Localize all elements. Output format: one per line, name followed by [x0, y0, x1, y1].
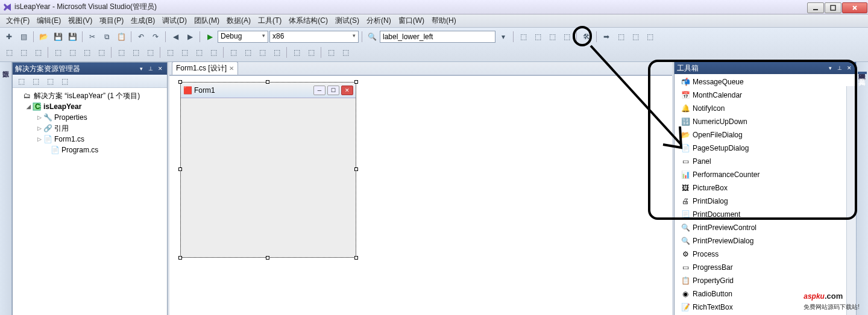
toolbox-item-printdocument[interactable]: 📃PrintDocument — [675, 208, 856, 221]
tb-icon-3[interactable]: ⬚ — [546, 30, 559, 43]
panel-dropdown-icon[interactable]: ▾ — [826, 64, 834, 72]
layout-icon-12[interactable]: ⬚ — [227, 46, 240, 59]
tree-program[interactable]: 📄 Program.cs — [14, 145, 166, 155]
doc-tab-form-designer[interactable]: Form1.cs [设计] ✕ — [172, 61, 238, 75]
paste-icon[interactable]: 📋 — [115, 30, 128, 43]
resize-handle[interactable] — [354, 80, 358, 84]
toolbox-item-picturebox[interactable]: 🖼PictureBox — [675, 181, 856, 195]
tree-properties[interactable]: ▷ 🔧 Properties — [14, 112, 166, 123]
toolbox-item-numericupdown[interactable]: 🔢NumericUpDown — [675, 115, 856, 128]
toolbox-item-panel[interactable]: ▭Panel — [675, 155, 856, 168]
expand-icon[interactable]: ▷ — [36, 125, 43, 131]
menu-analyze[interactable]: 分析(N) — [363, 14, 395, 27]
save-all-icon[interactable]: 💾 — [66, 30, 79, 43]
minimize-button[interactable] — [807, 2, 824, 13]
se-tb-icon-2[interactable]: ⬚ — [29, 75, 42, 88]
toolbox-item-performancecounter[interactable]: 📊PerformanceCounter — [675, 168, 856, 181]
layout-icon-18[interactable]: ⬚ — [324, 46, 338, 59]
menu-debug[interactable]: 调试(D) — [159, 14, 190, 27]
tb-icon-2[interactable]: ⬚ — [531, 30, 544, 43]
toolbox-item-monthcalendar[interactable]: 📅MonthCalendar — [675, 89, 856, 102]
resize-handle[interactable] — [178, 80, 182, 84]
toolbox-item-radiobutton[interactable]: ◉RadioButton — [675, 287, 856, 301]
toolbox-item-openfiledialog[interactable]: 📂OpenFileDialog — [675, 128, 856, 142]
layout-icon-14[interactable]: ⬚ — [256, 46, 269, 59]
toolbox-item-richtextbox[interactable]: 📝RichTextBox — [675, 301, 856, 314]
expand-icon[interactable]: ▷ — [36, 114, 43, 120]
toolbox-item-pagesetupdialog[interactable]: 📄PageSetupDialog — [675, 142, 856, 155]
toolbox-item-printpreviewcontrol[interactable]: 🔍PrintPreviewControl — [675, 221, 856, 234]
solution-explorer-header[interactable]: 解决方案资源管理器 ▾ ⊥ ✕ — [13, 63, 167, 75]
panel-close-icon[interactable]: ✕ — [156, 64, 165, 73]
form-max-icon[interactable]: ☐ — [327, 86, 339, 95]
toolbox-item-printdialog[interactable]: 🖨PrintDialog — [675, 195, 856, 208]
toolbox-item-propertygrid[interactable]: 📋PropertyGrid — [675, 274, 856, 287]
layout-icon-10[interactable]: ⬚ — [192, 46, 206, 59]
tb-icon-6[interactable]: ⬚ — [614, 30, 627, 43]
align-right-icon[interactable]: ⬚ — [31, 46, 45, 59]
dock-tab-server-explorer[interactable]: 服务器资源管理器 — [858, 66, 867, 68]
menu-edit[interactable]: 编辑(E) — [33, 14, 64, 27]
align-center-icon[interactable]: ⬚ — [17, 46, 30, 59]
find-input[interactable] — [380, 31, 495, 43]
layout-icon-17[interactable]: ⬚ — [304, 46, 318, 59]
se-tb-icon-3[interactable]: ⬚ — [43, 75, 57, 88]
toolbox-list[interactable]: 📬MessageQueue 📅MonthCalendar 🔔NotifyIcon… — [675, 74, 856, 315]
dock-tab-datasources[interactable]: 数据源 — [0, 62, 12, 315]
menu-help[interactable]: 帮助(H) — [428, 14, 460, 27]
menu-project[interactable]: 项目(P) — [96, 14, 127, 27]
resize-handle[interactable] — [178, 256, 182, 260]
tb-icon-8[interactable]: ⬚ — [643, 30, 656, 43]
panel-close-icon[interactable]: ✕ — [845, 64, 854, 72]
layout-icon-13[interactable]: ⬚ — [241, 46, 254, 59]
se-tb-icon-4[interactable]: ⬚ — [58, 75, 71, 88]
tree-references[interactable]: ▷ 🔗 引用 — [14, 123, 166, 134]
layout-icon-8[interactable]: ⬚ — [163, 46, 177, 59]
config-combo[interactable]: Debug — [218, 31, 268, 43]
tree-solution[interactable]: 🗂 解决方案 “isLeapYear” (1 个项目) — [14, 90, 166, 101]
layout-icon-11[interactable]: ⬚ — [207, 46, 220, 59]
resize-handle[interactable] — [266, 256, 269, 260]
toolbox-item-messagequeue[interactable]: 📬MessageQueue — [675, 75, 856, 89]
layout-icon-5[interactable]: ⬚ — [115, 46, 128, 59]
menu-window[interactable]: 窗口(W) — [395, 14, 428, 27]
resize-handle[interactable] — [354, 256, 358, 260]
form-window[interactable]: 🟥 Form1 ─ ☐ ✕ — [180, 82, 356, 258]
copy-icon[interactable]: ⧉ — [100, 30, 113, 43]
resize-handle[interactable] — [178, 167, 182, 171]
menu-view[interactable]: 视图(V) — [64, 14, 96, 27]
toolbox-item-notifyicon[interactable]: 🔔NotifyIcon — [675, 102, 856, 115]
toolbox-item-process[interactable]: ⚙Process — [675, 248, 856, 261]
form-min-icon[interactable]: ─ — [313, 86, 326, 95]
save-icon[interactable]: 💾 — [51, 30, 64, 43]
tree-project[interactable]: ◢ C# isLeapYear — [14, 101, 166, 112]
cut-icon[interactable]: ✂ — [86, 30, 99, 43]
layout-icon-4[interactable]: ⬚ — [95, 46, 108, 59]
add-item-icon[interactable]: ▤ — [17, 30, 30, 43]
menu-team[interactable]: 团队(M) — [190, 14, 223, 27]
align-left-icon[interactable]: ⬚ — [2, 46, 16, 59]
find-dropdown-icon[interactable]: ▾ — [497, 30, 510, 43]
se-tb-icon-1[interactable]: ⬚ — [14, 75, 28, 88]
tb-icon-1[interactable]: ⬚ — [517, 30, 530, 43]
find-in-files-icon[interactable]: 🔍 — [365, 30, 379, 43]
toolbox-header[interactable]: 工具箱 ▾ ⊥ ✕ — [675, 62, 856, 74]
layout-icon-1[interactable]: ⬚ — [51, 46, 64, 59]
panel-pin-icon[interactable]: ⊥ — [835, 64, 844, 72]
undo-icon[interactable]: ↶ — [134, 30, 148, 43]
layout-icon-2[interactable]: ⬚ — [66, 46, 79, 59]
menu-file[interactable]: 文件(F) — [2, 14, 33, 27]
new-project-icon[interactable]: ✚ — [2, 30, 16, 43]
menu-test[interactable]: 测试(S) — [332, 14, 363, 27]
panel-dropdown-icon[interactable]: ▾ — [137, 64, 145, 73]
layout-icon-15[interactable]: ⬚ — [270, 46, 283, 59]
tree-form[interactable]: ▷ 📄 Form1.cs — [14, 134, 166, 145]
form-close-icon[interactable]: ✕ — [341, 86, 353, 95]
resize-handle[interactable] — [354, 167, 358, 171]
close-button[interactable] — [842, 2, 867, 13]
menu-tools[interactable]: 工具(T) — [254, 14, 285, 27]
layout-icon-7[interactable]: ⬚ — [143, 46, 157, 59]
platform-combo[interactable]: x86 — [269, 31, 359, 43]
expand-icon[interactable]: ◢ — [25, 104, 32, 110]
dock-tab-toolbox[interactable]: 工具箱 — [858, 72, 867, 74]
